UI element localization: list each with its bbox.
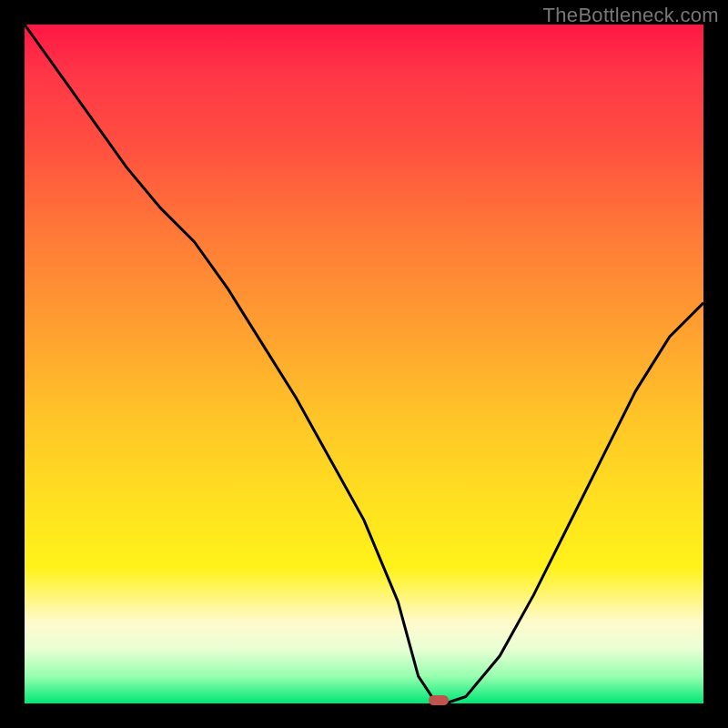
chart-frame: TheBottleneck.com (0, 0, 728, 728)
optimal-marker (429, 695, 449, 705)
plot-area (25, 25, 703, 703)
bottleneck-curve (25, 25, 703, 703)
curve-path (25, 25, 703, 703)
watermark-text: TheBottleneck.com (543, 4, 719, 27)
